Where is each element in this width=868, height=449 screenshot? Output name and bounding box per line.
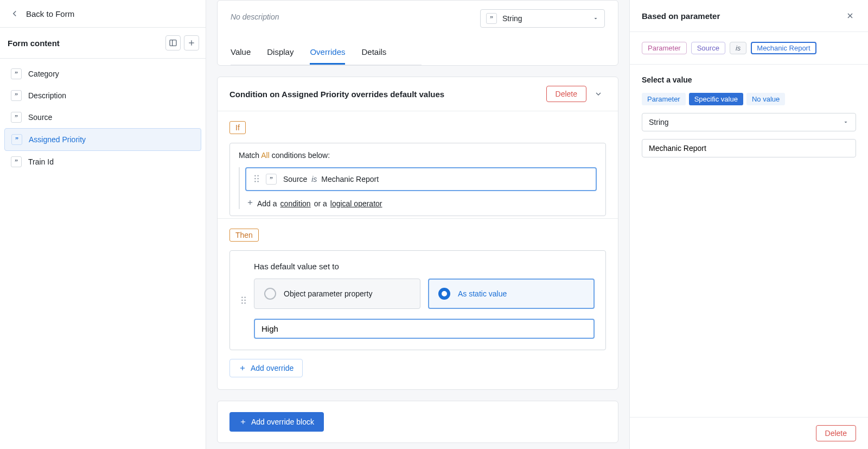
field-description: No description xyxy=(231,12,279,21)
match-label: Match All conditions below: xyxy=(239,151,597,160)
drag-handle-icon[interactable] xyxy=(241,296,246,304)
radio-unchecked-icon xyxy=(264,288,276,300)
value-mode-segments: ParameterSpecific valueNo value xyxy=(642,93,856,105)
plus-icon xyxy=(187,39,196,47)
form-field-label: Train Id xyxy=(28,157,54,166)
add-condition-row: Add a condition or a logical operator xyxy=(245,197,597,209)
tab-overrides[interactable]: Overrides xyxy=(310,43,345,65)
plus-icon xyxy=(246,199,254,208)
svg-point-13 xyxy=(244,297,245,298)
form-content-header: Form content xyxy=(0,28,206,59)
add-block-card: Add override block xyxy=(217,401,618,443)
add-form-field-button[interactable] xyxy=(184,35,199,50)
form-field-label: Category xyxy=(28,69,59,78)
caret-down-icon xyxy=(843,119,849,125)
field-tabs: ValueDisplayOverridesDetails xyxy=(231,43,605,65)
string-type-icon: ” xyxy=(11,90,22,101)
delete-right-button[interactable]: Delete xyxy=(816,425,856,441)
field-type-select[interactable]: ” String xyxy=(480,9,605,28)
caret-down-icon xyxy=(592,15,599,22)
right-panel-title: Based on parameter xyxy=(642,11,720,21)
right-panel: Based on parameter Parameter Source is M… xyxy=(629,0,868,449)
condition-row[interactable]: ” Source is Mechanic Report xyxy=(245,167,597,191)
field-config-card: No description ” String ValueDisplayOver… xyxy=(217,0,618,66)
segment-specific-value[interactable]: Specific value xyxy=(689,93,743,105)
chip-value[interactable]: Mechanic Report xyxy=(751,42,816,54)
svg-point-5 xyxy=(257,175,258,176)
form-field-label: Assigned Priority xyxy=(29,135,86,144)
if-pill: If xyxy=(229,121,246,134)
form-field-item[interactable]: ”Description xyxy=(4,85,201,106)
tab-display[interactable]: Display xyxy=(267,43,293,65)
chip-source[interactable]: Source xyxy=(691,42,725,54)
svg-point-7 xyxy=(257,178,258,179)
panel-icon xyxy=(169,39,177,47)
svg-rect-0 xyxy=(170,40,176,46)
back-link[interactable]: Back to Form xyxy=(0,0,206,28)
svg-point-17 xyxy=(244,302,245,303)
svg-point-15 xyxy=(244,300,245,301)
then-block: Has default value set to Object paramete… xyxy=(229,250,606,350)
form-field-item[interactable]: ”Train Id xyxy=(4,151,201,173)
select-value-label: Select a value xyxy=(642,75,856,84)
condition-title: Condition on Assigned Priority overrides… xyxy=(229,90,444,99)
form-content-title: Form content xyxy=(8,39,60,48)
collapse-condition-button[interactable] xyxy=(591,86,606,102)
chip-is[interactable]: is xyxy=(730,42,746,54)
string-type-icon: ” xyxy=(11,156,22,167)
delete-condition-button[interactable]: Delete xyxy=(546,86,586,102)
match-conditions-box: Match All conditions below: ” Source is … xyxy=(229,143,606,216)
plus-icon xyxy=(239,364,246,372)
svg-point-9 xyxy=(257,181,258,182)
form-field-label: Source xyxy=(28,113,52,122)
svg-point-12 xyxy=(241,297,242,298)
form-field-item[interactable]: ”Category xyxy=(4,63,201,85)
form-field-item[interactable]: ”Assigned Priority xyxy=(4,128,201,151)
then-pill: Then xyxy=(229,229,259,242)
tab-details[interactable]: Details xyxy=(361,43,386,65)
expression-chips: Parameter Source is Mechanic Report xyxy=(630,32,868,65)
add-override-block-button[interactable]: Add override block xyxy=(229,412,324,432)
string-type-icon: ” xyxy=(11,68,22,79)
add-override-button[interactable]: Add override xyxy=(229,359,303,377)
svg-point-14 xyxy=(241,300,242,301)
string-type-icon: ” xyxy=(266,174,277,185)
svg-point-8 xyxy=(254,181,256,182)
segment-parameter[interactable]: Parameter xyxy=(642,93,686,105)
condition-override-card: Condition on Assigned Priority overrides… xyxy=(217,77,618,390)
string-type-icon: ” xyxy=(11,134,22,145)
close-button[interactable] xyxy=(844,10,856,22)
radio-static-value[interactable]: As static value xyxy=(428,279,595,309)
form-field-label: Description xyxy=(28,91,66,100)
form-field-item[interactable]: ”Source xyxy=(4,106,201,128)
string-type-icon: ” xyxy=(486,13,497,24)
value-type-select[interactable]: String xyxy=(642,113,856,131)
string-type-icon: ” xyxy=(11,112,22,123)
static-value-input[interactable] xyxy=(254,319,595,339)
then-title: Has default value set to xyxy=(254,262,595,271)
radio-checked-icon xyxy=(438,288,450,300)
sidebar: Back to Form Form content ”Category”Desc… xyxy=(0,0,206,449)
form-field-list: ”Category”Description”Source”Assigned Pr… xyxy=(0,59,206,177)
svg-point-6 xyxy=(254,178,256,179)
value-input[interactable] xyxy=(642,139,856,157)
chevron-down-icon xyxy=(594,90,603,98)
panel-toggle-button[interactable] xyxy=(165,35,181,50)
arrow-left-icon xyxy=(10,9,20,18)
back-label: Back to Form xyxy=(26,9,74,18)
svg-point-16 xyxy=(241,302,242,303)
svg-point-4 xyxy=(254,175,256,176)
condition-expression: Source is Mechanic Report xyxy=(283,175,379,184)
main-panel: No description ” String ValueDisplayOver… xyxy=(206,0,629,449)
chip-parameter[interactable]: Parameter xyxy=(642,42,687,54)
add-condition-link[interactable]: condition xyxy=(280,199,311,208)
add-logical-operator-link[interactable]: logical operator xyxy=(330,199,382,208)
close-icon xyxy=(846,11,854,20)
field-type-value: String xyxy=(502,14,522,23)
radio-object-property[interactable]: Object parameter property xyxy=(254,279,420,309)
plus-icon xyxy=(239,418,247,426)
drag-handle-icon[interactable] xyxy=(254,175,259,184)
segment-no-value[interactable]: No value xyxy=(746,93,785,105)
tab-value[interactable]: Value xyxy=(231,43,251,65)
